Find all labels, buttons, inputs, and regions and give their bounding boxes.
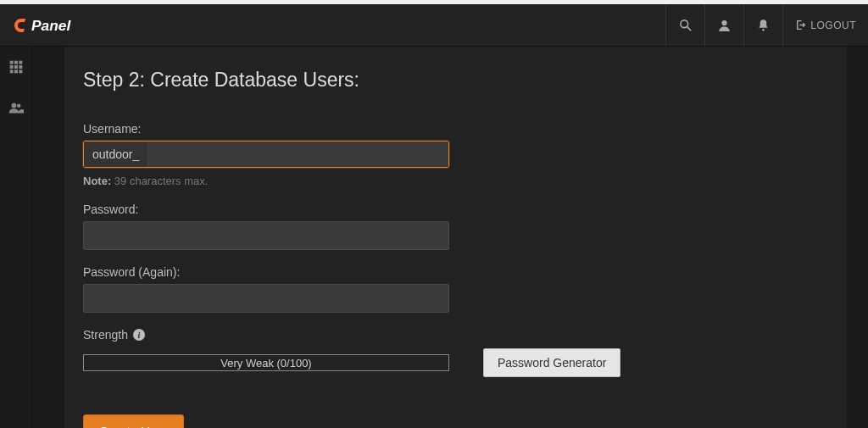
svg-rect-9 [14,65,18,69]
password-strength-meter: Very Weak (0/100) [83,354,449,371]
username-prefix: outdoor_ [84,142,148,167]
password-again-input[interactable] [83,284,449,313]
top-navbar: Panel LOGOUT [0,4,868,47]
svg-rect-10 [19,65,22,69]
note-bold: Note: [83,175,111,187]
brand-logo[interactable]: Panel [0,4,117,46]
password-label: Password: [83,203,828,216]
main-area: Step 2: Create Database Users: Username:… [32,47,868,428]
content-panel: Step 2: Create Database Users: Username:… [64,47,847,428]
password-input[interactable] [83,221,449,250]
user-account-button[interactable] [704,4,743,46]
search-button[interactable] [665,4,704,46]
grid-icon [9,60,23,74]
svg-rect-8 [9,65,13,69]
svg-text:Panel: Panel [31,17,71,34]
strength-and-generator-row: Very Weak (0/100) Password Generator [83,348,828,377]
svg-point-14 [11,103,16,108]
svg-rect-6 [14,61,18,64]
username-label: Username: [83,122,828,136]
notifications-button[interactable] [743,4,782,46]
page-title: Step 2: Create Database Users: [83,69,828,92]
svg-point-15 [16,104,20,108]
password-again-field-group: Password (Again): [83,265,828,313]
cpanel-logo-icon: Panel [12,15,105,36]
users-group-icon [8,101,24,114]
logout-icon [795,19,806,31]
logout-label: LOGOUT [810,19,856,31]
password-again-label: Password (Again): [83,265,828,279]
sidebar-apps-button[interactable] [0,47,31,87]
nav-right-group: LOGOUT [665,4,868,46]
svg-rect-5 [9,61,13,64]
username-field-group: Username: outdoor_ Note: 39 characters m… [83,122,828,187]
strength-field-group: Strength i Very Weak (0/100) Password Ge… [83,328,828,377]
svg-rect-11 [9,69,13,73]
svg-line-2 [687,26,691,30]
sidebar-users-button[interactable] [0,87,31,128]
password-generator-button[interactable]: Password Generator [483,348,620,377]
username-input-row: outdoor_ [83,141,449,168]
strength-label: Strength [83,328,128,342]
user-icon [718,19,731,31]
left-sidebar [0,47,32,428]
note-text: 39 characters max. [111,175,208,187]
info-icon[interactable]: i [133,329,145,341]
username-input[interactable] [148,142,448,167]
svg-rect-7 [19,61,22,64]
strength-label-row: Strength i [83,328,828,342]
strength-text: Very Weak (0/100) [220,357,311,370]
bell-icon [757,19,770,31]
logout-button[interactable]: LOGOUT [782,4,868,46]
svg-rect-13 [19,69,22,73]
svg-point-4 [763,29,765,31]
password-field-group: Password: [83,203,828,250]
svg-point-3 [722,20,727,25]
create-user-button[interactable]: Create User [83,414,184,428]
svg-rect-12 [14,69,18,73]
username-note: Note: 39 characters max. [83,175,828,187]
search-icon [679,19,692,31]
